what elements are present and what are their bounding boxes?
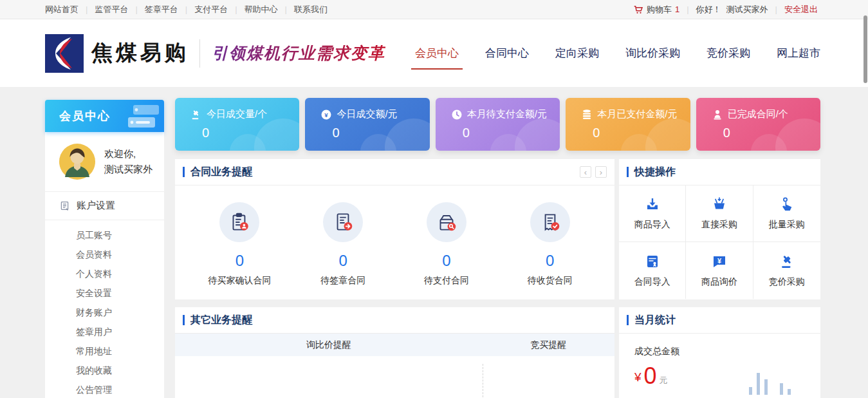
stamp-icon	[712, 109, 723, 120]
topbar-link-payment[interactable]: 支付平台	[178, 4, 228, 15]
quick-action-label: 竞价采购	[769, 276, 805, 288]
sidebar-item-common-address[interactable]: 常用地址	[45, 341, 164, 361]
quick-action-direct-purchase[interactable]: 直接采购	[686, 185, 753, 242]
contract-item-pay[interactable]: 0 待支付合同	[395, 202, 499, 299]
quick-panel-title: 快捷操作	[634, 166, 676, 179]
sidebar-item-employee-accounts[interactable]: 员工账号	[45, 225, 164, 245]
stat-card-label: 今日成交额/元	[337, 108, 397, 120]
cart-button[interactable]: 购物车 1	[633, 4, 679, 15]
contract-item-confirm[interactable]: 0 待买家确认合同	[188, 202, 291, 299]
sidebar-item-signature-users[interactable]: 签章用户	[45, 322, 164, 341]
stat-card-month-paid: 本月已支付金额/元 0	[566, 98, 690, 151]
clock-icon	[451, 109, 463, 120]
total-amount-value: 0	[644, 365, 657, 387]
separator	[768, 5, 784, 14]
inquiry-value: 0	[406, 395, 483, 398]
brand-logo-icon	[45, 34, 84, 73]
sidebar-item-finance-account[interactable]: 财务账户	[45, 303, 164, 322]
topbar-link-home[interactable]: 网站首页	[45, 4, 78, 15]
quick-actions-grid: 商品导入 直接采购	[619, 185, 820, 299]
contract-panel-title: 合同业务提醒	[190, 166, 252, 179]
contract-item-value: 0	[442, 252, 450, 270]
topbar-user-area: 购物车 1 你好！ 测试买家外 安全退出	[633, 4, 818, 15]
stat-card-today-volume: 今日成交量/个 0	[175, 98, 299, 151]
sidebar: 会员中心	[45, 100, 164, 395]
svg-text:¥: ¥	[717, 256, 722, 264]
nav-contract-center[interactable]: 合同中心	[485, 46, 529, 70]
wallet-search-icon	[427, 202, 466, 242]
sidebar-menu: 员工账号 会员资料 个人资料 安全设置 财务账户 签章用户 常用地址 我的收藏 …	[45, 220, 164, 398]
contract-items: 0 待买家确认合同	[175, 185, 614, 299]
quick-action-product-inquiry[interactable]: ¥ 商品询价	[686, 242, 753, 299]
site-header: 焦煤易购 引领煤机行业需求变革 会员中心 合同中心 定向采购 询比价采购 竞价采…	[0, 19, 868, 87]
welcome-line2: 测试买家外	[104, 162, 152, 177]
bid-reminder-header: 竞买提醒	[483, 334, 614, 356]
nav-directed-purchase[interactable]: 定向采购	[555, 46, 599, 70]
contract-reminder-panel: 合同业务提醒 ‹ ›	[175, 159, 614, 299]
other-panel-subheader: 询比价提醒 竞买提醒	[175, 334, 614, 356]
clipboard-user-icon	[219, 202, 259, 242]
logout-button[interactable]: 安全退出	[784, 4, 818, 15]
stat-card-value: 0	[202, 126, 299, 140]
brand-name: 焦煤易购	[91, 39, 189, 68]
sidebar-item-personal-profile[interactable]: 个人资料	[45, 264, 164, 283]
sidebar-item-my-favorites[interactable]: 我的收藏	[45, 361, 164, 380]
stat-card-value: 0	[593, 126, 690, 140]
cart-count: 1	[675, 5, 679, 14]
divider	[199, 39, 200, 68]
quick-action-label: 合同导入	[634, 276, 670, 288]
panel-header: 快捷操作	[619, 159, 820, 185]
inquiry-values: 0 0 0 0	[175, 356, 483, 398]
contract-import-icon	[645, 254, 660, 269]
quick-action-bulk-purchase[interactable]: 批量采购	[753, 185, 820, 242]
accent-bar	[627, 167, 629, 177]
welcome-line1: 欢迎你,	[104, 146, 152, 162]
inquiry-reminder-header: 询比价提醒	[175, 334, 483, 356]
month-stats-title: 当月统计	[634, 314, 676, 327]
nav-member-center[interactable]: 会员中心	[415, 46, 459, 70]
topbar-link-signature[interactable]: 签章平台	[128, 4, 178, 15]
topbar-link-help[interactable]: 帮助中心	[228, 4, 277, 15]
nav-bidding-purchase[interactable]: 竞价采购	[706, 46, 750, 70]
brand-slogan: 引领煤机行业需求变革	[212, 43, 385, 64]
contract-item-receive[interactable]: 0 待收货合同	[498, 202, 602, 299]
stat-card-month-unpaid: 本月待支付金额/元 0	[436, 98, 560, 151]
nav-online-mall[interactable]: 网上超市	[777, 46, 820, 70]
stat-card-label: 本月待支付金额/元	[467, 108, 547, 120]
quick-action-contract-import[interactable]: 合同导入	[619, 242, 686, 299]
other-panel-title: 其它业务提醒	[190, 314, 252, 327]
total-amount-label: 成交总金额	[634, 346, 820, 357]
pager-prev-button[interactable]: ‹	[580, 166, 591, 178]
cart-icon	[633, 5, 643, 15]
account-settings-label: 账户设置	[77, 200, 115, 212]
sidebar-item-member-profile[interactable]: 会员资料	[45, 245, 164, 264]
stat-card-value: 0	[332, 126, 429, 140]
quick-actions-panel: 快捷操作 商品导入	[619, 159, 820, 299]
contract-item-label: 待收货合同	[528, 275, 573, 287]
sidebar-title: 会员中心	[59, 108, 111, 124]
stat-card-label: 本月已支付金额/元	[597, 108, 677, 120]
topbar-link-contact[interactable]: 联系我们	[278, 4, 328, 15]
quick-action-label: 批量采购	[769, 219, 805, 231]
chevron-right-icon: ›	[600, 168, 602, 176]
sidebar-item-announcements[interactable]: 公告管理	[45, 380, 164, 398]
stat-card-value: 0	[463, 126, 560, 140]
scrollbar-thumb[interactable]	[863, 15, 867, 83]
quick-action-bidding-purchase[interactable]: 竞价采购	[753, 242, 820, 299]
username-link[interactable]: 测试买家外	[726, 4, 768, 15]
contract-item-value: 0	[235, 252, 244, 270]
topbar: 网站首页 监管平台 签章平台 支付平台 帮助中心 联系我们 购物车 1 你好！ …	[0, 0, 868, 19]
pager-next-button[interactable]: ›	[595, 166, 607, 178]
cart-label: 购物车	[647, 4, 672, 15]
nav-inquiry-purchase[interactable]: 询比价采购	[625, 46, 680, 70]
quick-action-product-import[interactable]: 商品导入	[619, 185, 686, 242]
other-panel-body: 0 0 0 0	[175, 356, 614, 398]
cards-deco-icon	[125, 104, 159, 131]
contract-item-sign[interactable]: 0 待签章合同	[291, 202, 395, 299]
sidebar-item-security-settings[interactable]: 安全设置	[45, 283, 164, 303]
amount-unit: 元	[660, 374, 668, 387]
receipt-check-icon	[530, 202, 570, 242]
chevron-left-icon: ‹	[584, 168, 587, 176]
sidebar-item-account-settings[interactable]: 账户设置	[45, 191, 164, 220]
topbar-link-regulate[interactable]: 监管平台	[78, 4, 128, 15]
